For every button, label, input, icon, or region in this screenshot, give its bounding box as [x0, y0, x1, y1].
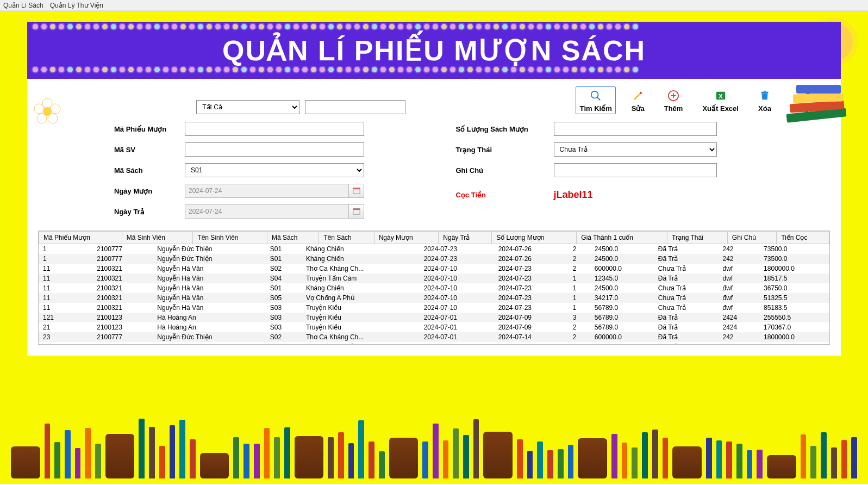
- menu-item-library[interactable]: Quản Lý Thư Viện: [50, 2, 103, 9]
- table-cell: 73500.0: [759, 254, 829, 264]
- column-header[interactable]: Tiền Cọc: [777, 232, 829, 244]
- search-button[interactable]: Tìm Kiếm: [576, 86, 615, 114]
- table-cell: 1: [39, 244, 92, 254]
- table-cell: 2424: [719, 313, 760, 322]
- table-cell: 24500.0: [590, 283, 654, 293]
- svg-point-6: [51, 104, 60, 114]
- search-icon: [589, 89, 602, 102]
- column-header[interactable]: Ngày Trả: [439, 232, 492, 244]
- table-cell: Truyện Kiều: [302, 313, 420, 322]
- table-cell: S02: [266, 332, 302, 342]
- column-header[interactable]: Tên Sinh Viên: [193, 232, 267, 244]
- input-ngay-tra[interactable]: [185, 204, 349, 219]
- table-cell: 600000.0: [590, 332, 654, 342]
- column-header[interactable]: Trạng Thái: [667, 232, 728, 244]
- table-cell: 34217.0: [590, 293, 654, 303]
- button-label: Thêm: [664, 104, 683, 113]
- table-cell: 2100123: [92, 322, 153, 332]
- table-cell: 2024-07-10: [420, 264, 494, 273]
- table-cell: 18517.5: [759, 273, 829, 283]
- table-row[interactable]: 232100777Nguyễn Đức ThiệnS02Thơ Ca Kháng…: [39, 332, 829, 342]
- table-cell: Nguyễn Đức Thiện: [153, 254, 265, 264]
- column-header[interactable]: Số Lượng Mượn: [492, 232, 577, 244]
- table-row[interactable]: 112100321Nguyễn Hà VânS05Vợ Chồng A Phủ2…: [39, 293, 829, 303]
- svg-rect-20: [353, 188, 359, 189]
- table-cell: 2100777: [92, 244, 153, 254]
- export-excel-button[interactable]: X Xuất Excel: [698, 86, 742, 114]
- table-cell: 11: [39, 283, 92, 293]
- page-title: QUẢN LÍ PHIẾU MƯỢN SÁCH: [222, 34, 646, 67]
- table-cell: 2: [569, 254, 590, 264]
- label-trang-thai: Trạng Thái: [456, 146, 548, 154]
- column-header[interactable]: Mã Sinh Viên: [122, 232, 193, 244]
- column-header[interactable]: Mã Sách: [267, 232, 319, 244]
- input-ma-phieu[interactable]: [185, 122, 364, 136]
- table-cell: Chưa Trả: [654, 264, 719, 273]
- table-row[interactable]: 242100123Hà Hoàng AnS05Vợ Chồng A Phủ202…: [39, 342, 829, 345]
- banner: QUẢN LÍ PHIẾU MƯỢN SÁCH: [27, 22, 841, 79]
- table-cell: S01: [266, 254, 302, 264]
- svg-point-10: [43, 107, 52, 116]
- delete-button[interactable]: Xóa: [754, 86, 775, 114]
- input-so-luong[interactable]: [554, 122, 717, 136]
- button-label: Sửa: [632, 104, 645, 113]
- menu-item-books[interactable]: Quản Lí Sách: [3, 2, 43, 9]
- label-so-luong: Số Lượng Sách Mượn: [456, 125, 548, 133]
- search-input[interactable]: [305, 100, 405, 114]
- table-cell: 2100777: [92, 254, 153, 264]
- table-cell: 2024-07-26: [494, 244, 569, 254]
- select-trang-thai[interactable]: Chưa Trả: [554, 142, 717, 157]
- calendar-button[interactable]: [349, 184, 364, 198]
- column-header[interactable]: Mã Phiếu Mượn: [39, 232, 122, 244]
- table-cell: Chưa Trả: [654, 283, 719, 293]
- table-cell: Nguyễn Hà Vân: [153, 303, 265, 313]
- table-row[interactable]: 212100123Hà Hoàng AnS03Truyện Kiều2024-0…: [39, 322, 829, 332]
- table-cell: 2100321: [92, 273, 153, 283]
- label-ma-phieu: Mã Phiếu Mượn: [114, 125, 179, 133]
- content-card: Tất Cả Tìm Kiếm Sửa Thêm: [27, 79, 841, 356]
- table-cell: 56789.0: [590, 322, 654, 332]
- excel-icon: X: [714, 89, 727, 102]
- flower-row-icon: [27, 67, 841, 77]
- table-cell: 2: [569, 244, 590, 254]
- table-cell: 170367.0: [759, 322, 829, 332]
- label-ghi-chu: Ghi Chú: [456, 166, 548, 175]
- table-scroll[interactable]: 12100777Nguyễn Đức ThiệnS01Kháng Chiến20…: [39, 244, 829, 345]
- edit-button[interactable]: Sửa: [628, 86, 648, 114]
- svg-point-11: [591, 91, 598, 98]
- column-header[interactable]: Tên Sách: [319, 232, 374, 244]
- table-cell: 24: [39, 342, 92, 345]
- table-row[interactable]: 12100777Nguyễn Đức ThiệnS01Kháng Chiến20…: [39, 254, 829, 264]
- table-cell: 1: [569, 293, 590, 303]
- table-cell: 2024-07-23: [494, 293, 569, 303]
- table-cell: Đã Trả: [654, 313, 719, 322]
- table-row[interactable]: 112100321Nguyễn Hà VânS01Kháng Chiến2024…: [39, 283, 829, 293]
- select-ma-sach[interactable]: S01: [185, 163, 364, 177]
- table-cell: 85183.5: [759, 303, 829, 313]
- column-header[interactable]: Ngày Mượn: [374, 232, 439, 244]
- table-cell: S03: [266, 322, 302, 332]
- calendar-button[interactable]: [349, 204, 364, 219]
- table-cell: 2: [569, 322, 590, 332]
- svg-rect-16: [761, 92, 769, 94]
- add-button[interactable]: Thêm: [660, 86, 687, 114]
- table-cell: Vợ Chồng A Phủ: [302, 293, 420, 303]
- button-label: Tìm Kiếm: [579, 104, 611, 113]
- input-ngay-muon[interactable]: [185, 184, 349, 198]
- table-cell: 2: [569, 332, 590, 342]
- input-ma-sv[interactable]: [185, 142, 364, 157]
- column-header[interactable]: Ghi Chú: [727, 232, 776, 244]
- filter-select[interactable]: Tất Cả: [196, 100, 299, 114]
- calendar-icon: [353, 186, 360, 196]
- input-ghi-chu[interactable]: [554, 163, 717, 177]
- table-row[interactable]: 1212100123Hà Hoàng AnS03Truyện Kiều2024-…: [39, 313, 829, 322]
- table-cell: 242: [719, 332, 760, 342]
- table-row[interactable]: 112100321Nguyễn Hà VânS03Truyện Kiều2024…: [39, 303, 829, 313]
- column-header[interactable]: Giá Thành 1 cuốn: [577, 232, 667, 244]
- table-row[interactable]: 112100321Nguyễn Hà VânS04Truyện Tấm Cám2…: [39, 273, 829, 283]
- table-row[interactable]: 112100321Nguyễn Hà VânS02Thơ Ca Kháng Ch…: [39, 264, 829, 273]
- table-cell: Hà Hoàng An: [153, 342, 265, 345]
- table-cell: 3: [569, 313, 590, 322]
- table-row[interactable]: 12100777Nguyễn Đức ThiệnS01Kháng Chiến20…: [39, 244, 829, 254]
- table-cell: 242: [719, 254, 760, 264]
